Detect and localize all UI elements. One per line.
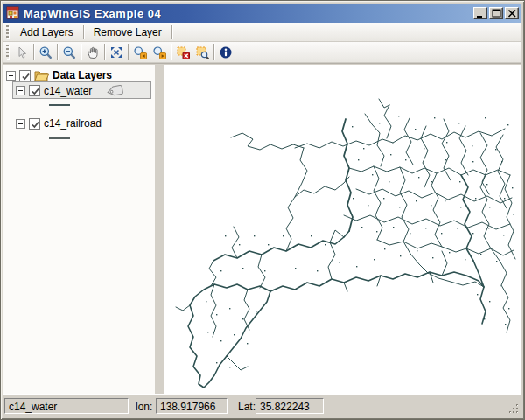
map-svg (164, 65, 524, 395)
c14-water-checkbox[interactable] (29, 85, 40, 96)
client-area: Data Layers c14_water (4, 63, 522, 394)
tool-bar (4, 42, 522, 63)
pan-button[interactable] (83, 44, 102, 61)
tree-node-c14-railroad[interactable]: c14_railroad (16, 117, 102, 130)
maximize-icon (491, 8, 502, 19)
collapse-expander-icon[interactable] (16, 119, 25, 129)
check-icon (31, 87, 40, 96)
toolbar-separator (214, 44, 214, 60)
info-button[interactable] (216, 44, 235, 61)
zoom-next-button[interactable] (150, 44, 169, 61)
tree-node-c14-water[interactable]: c14_water (16, 84, 125, 97)
toolbar-separator (104, 44, 105, 60)
legend-panel: Data Layers c14_water (4, 65, 155, 394)
resize-grip[interactable] (508, 403, 520, 415)
clear-selection-button[interactable] (173, 44, 192, 61)
window-controls (473, 7, 519, 19)
status-lon-panel: 138.917966 (156, 398, 228, 414)
toolbar-separator (128, 44, 129, 60)
layer-label-c14-railroad: c14_railroad (44, 117, 102, 130)
toolbar-separator (57, 44, 58, 60)
window-title: MapWinGIS Example 04 (24, 7, 161, 20)
railroad-line-symbol (49, 137, 70, 139)
zoom-full-extent-button[interactable] (107, 44, 126, 61)
zoom-in-icon (38, 46, 52, 60)
check-icon (21, 72, 31, 81)
lat-label: Lat: (238, 401, 256, 413)
data-layers-checkbox[interactable] (19, 70, 31, 81)
lon-value: 138.917966 (160, 401, 215, 413)
menu-separator (83, 24, 84, 39)
close-button[interactable] (505, 7, 519, 19)
collapse-expander-icon[interactable] (16, 86, 25, 95)
minimize-button[interactable] (473, 7, 487, 19)
lon-label: lon: (136, 401, 152, 413)
title-bar: MapWinGIS Example 04 (4, 4, 522, 23)
collapse-expander-icon[interactable] (6, 71, 16, 80)
cursor-tool-button[interactable] (12, 44, 32, 61)
menu-grip-handle[interactable] (6, 25, 9, 38)
app-window: MapWinGIS Example 04 Add Layers (0, 0, 525, 420)
menu-remove-layer[interactable]: Remove Layer (86, 24, 170, 41)
lat-value: 35.822243 (260, 401, 310, 413)
zoom-out-button[interactable] (60, 44, 79, 61)
pan-hand-icon (86, 46, 100, 60)
zoom-previous-button[interactable] (130, 44, 150, 61)
clear-selection-icon (176, 46, 190, 60)
splitter-handle[interactable] (155, 65, 164, 394)
toolbar-separator (33, 44, 34, 60)
info-icon (219, 46, 233, 60)
zoom-full-extent-icon (109, 46, 123, 60)
minimize-icon (475, 8, 486, 19)
zoom-out-icon (62, 46, 76, 60)
status-layer-name: c14_water (9, 401, 57, 413)
app-icon[interactable] (6, 6, 20, 20)
select-by-rectangle-button[interactable] (192, 44, 212, 61)
menu-separator (172, 24, 172, 39)
close-icon (507, 8, 518, 19)
map-canvas[interactable] (164, 65, 522, 394)
zoom-in-button[interactable] (36, 44, 55, 61)
cursor-icon (15, 46, 29, 60)
check-icon (31, 120, 40, 130)
water-line-symbol (49, 104, 70, 106)
status-layer-panel: c14_water (4, 398, 129, 414)
tag-icon[interactable] (106, 84, 125, 97)
menu-add-layers[interactable]: Add Layers (12, 24, 81, 41)
layer-label-c14-water: c14_water (44, 85, 92, 97)
select-by-rectangle-icon (195, 46, 209, 60)
status-lat-panel: 35.822243 (256, 398, 324, 414)
toolbar-separator (171, 44, 172, 60)
folder-open-icon (34, 69, 49, 81)
zoom-previous-icon (133, 46, 147, 60)
toolbar-grip-handle[interactable] (6, 45, 9, 59)
toolbar-separator (80, 44, 81, 60)
c14-railroad-checkbox[interactable] (29, 118, 40, 130)
tree-node-data-layers[interactable]: Data Layers (6, 69, 112, 81)
status-bar: c14_water lon: 138.917966 Lat: 35.822243 (4, 394, 522, 416)
zoom-next-icon (152, 46, 166, 60)
tree-root-label: Data Layers (52, 69, 112, 81)
menu-bar: Add Layers Remove Layer (4, 23, 522, 42)
maximize-button[interactable] (489, 7, 503, 19)
